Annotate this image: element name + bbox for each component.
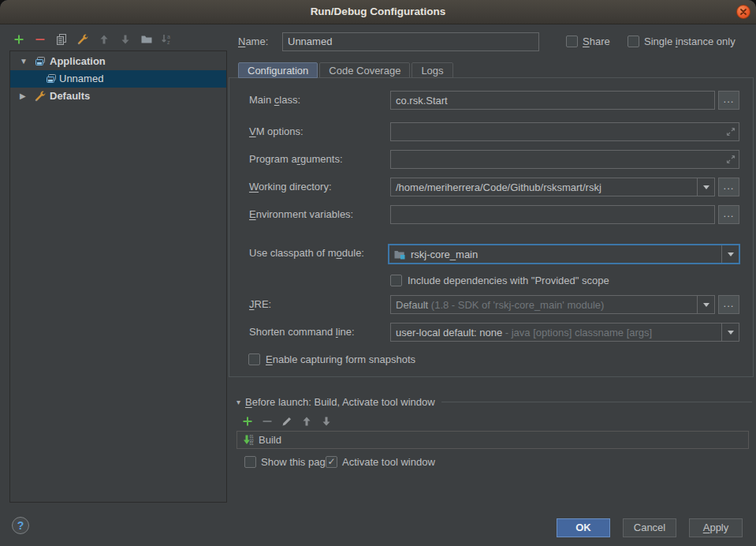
environment-variables-label: Environment variables: xyxy=(249,205,353,224)
wrench-icon xyxy=(34,88,47,105)
run-debug-configurations-dialog: Run/Debug Configurations az ▼ xyxy=(0,0,756,546)
classpath-module-label: Use classpath of module: xyxy=(249,244,364,263)
jre-browse-button[interactable]: ... xyxy=(718,295,739,314)
expand-field-icon[interactable] xyxy=(723,127,739,136)
application-icon xyxy=(45,70,58,88)
edit-icon[interactable] xyxy=(281,415,293,428)
chevron-down-icon[interactable] xyxy=(697,178,714,196)
chevron-right-icon[interactable]: ▶ xyxy=(20,88,26,105)
program-arguments-input[interactable] xyxy=(390,150,739,169)
tab-configuration[interactable]: Configuration xyxy=(238,62,318,78)
remove-icon[interactable] xyxy=(261,415,274,428)
new-folder-icon[interactable] xyxy=(140,33,153,46)
dialog-title: Run/Debug Configurations xyxy=(0,0,756,24)
before-launch-title: Before launch: Build, Activate tool wind… xyxy=(245,396,435,408)
move-up-icon[interactable] xyxy=(300,415,313,428)
sort-alphabetically-icon[interactable]: az xyxy=(160,33,173,46)
chevron-down-icon[interactable]: ▾ xyxy=(236,398,240,406)
activate-tool-window-label[interactable]: Activate tool window xyxy=(342,453,435,472)
jre-label: JRE: xyxy=(249,295,271,314)
chevron-down-icon[interactable] xyxy=(721,323,739,341)
move-down-icon[interactable] xyxy=(320,415,333,428)
show-this-page-checkbox[interactable] xyxy=(244,456,256,468)
working-directory-browse-button[interactable]: ... xyxy=(718,178,739,196)
tree-item-label: Defaults xyxy=(50,88,90,105)
shorten-command-line-label: Shorten command line: xyxy=(249,323,355,342)
help-button[interactable]: ? xyxy=(12,517,29,534)
single-instance-checkbox[interactable] xyxy=(628,36,639,47)
tab-logs[interactable]: Logs xyxy=(412,62,452,78)
before-launch-header[interactable]: ▾ Before launch: Build, Activate tool wi… xyxy=(236,395,752,409)
before-launch-task-build[interactable]: 01 10 01 Build xyxy=(236,431,749,449)
close-icon xyxy=(739,8,747,16)
application-icon xyxy=(34,53,47,70)
add-icon[interactable] xyxy=(13,33,25,46)
form-snapshots-label[interactable]: Enable capturing form snapshots xyxy=(266,350,415,369)
chevron-down-icon[interactable]: ▼ xyxy=(20,53,28,70)
cancel-button[interactable]: Cancel xyxy=(623,518,676,537)
tree-item-label: Application xyxy=(50,53,106,70)
add-icon[interactable] xyxy=(241,415,254,428)
svg-text:z: z xyxy=(167,39,170,45)
title-bar[interactable]: Run/Debug Configurations xyxy=(0,0,756,24)
name-label: Name: xyxy=(238,32,268,51)
tree-item-defaults[interactable]: ▶ Defaults xyxy=(10,88,226,105)
share-label[interactable]: Share xyxy=(583,32,610,51)
task-label: Build xyxy=(259,434,281,446)
chevron-down-icon[interactable] xyxy=(697,296,714,313)
environment-variables-browse-button[interactable]: ... xyxy=(718,205,739,224)
classpath-module-combo[interactable]: rskj-core_main xyxy=(388,244,740,264)
ok-button[interactable]: OK xyxy=(557,518,610,537)
build-icon: 01 10 01 xyxy=(237,434,259,447)
working-directory-label: Working directory: xyxy=(249,178,332,196)
close-button[interactable] xyxy=(736,5,750,19)
include-provided-label[interactable]: Include dependencies with "Provided" sco… xyxy=(408,271,609,290)
remove-icon[interactable] xyxy=(34,33,47,46)
share-checkbox[interactable] xyxy=(566,36,578,47)
working-directory-combo[interactable]: /home/meriherrera/Code/Github/rsksmart/r… xyxy=(390,178,715,196)
vm-options-label: VM options: xyxy=(249,122,304,141)
module-icon xyxy=(389,248,406,260)
activate-tool-window-checkbox[interactable]: ✓ xyxy=(326,456,337,468)
svg-text:01: 01 xyxy=(250,442,255,446)
single-instance-label[interactable]: Single instance only xyxy=(644,32,736,51)
main-class-browse-button[interactable]: ... xyxy=(718,91,739,110)
main-class-input[interactable]: co.rsk.Start xyxy=(390,91,715,110)
shorten-command-line-combo[interactable]: user-local default: none - java [options… xyxy=(390,323,739,342)
show-this-page-label[interactable]: Show this page xyxy=(261,453,331,472)
tab-code-coverage[interactable]: Code Coverage xyxy=(319,62,410,78)
expand-field-icon[interactable] xyxy=(723,155,739,164)
move-down-icon[interactable] xyxy=(119,33,132,46)
divider xyxy=(441,402,752,402)
svg-text:a: a xyxy=(167,34,170,39)
include-provided-checkbox[interactable] xyxy=(390,275,402,286)
name-input[interactable]: Unnamed xyxy=(282,32,539,51)
move-up-icon[interactable] xyxy=(98,33,110,46)
configuration-panel: Main class: co.rsk.Start ... VM options:… xyxy=(229,77,754,377)
tab-bar: Configuration Code Coverage Logs xyxy=(238,62,453,78)
tree-item-unnamed[interactable]: Unnamed xyxy=(10,70,226,88)
vm-options-input[interactable] xyxy=(390,122,739,141)
jre-combo[interactable]: Default (1.8 - SDK of 'rskj-core_main' m… xyxy=(390,295,715,314)
copy-icon[interactable] xyxy=(55,33,68,46)
edit-defaults-icon[interactable] xyxy=(76,33,89,46)
program-arguments-label: Program arguments: xyxy=(249,150,343,169)
form-snapshots-checkbox[interactable] xyxy=(248,353,260,365)
configurations-tree: ▼ Application Unnamed ▶ Defaults xyxy=(9,50,227,503)
apply-button[interactable]: Apply xyxy=(689,518,743,537)
environment-variables-input[interactable] xyxy=(390,205,715,224)
tree-item-label: Unnamed xyxy=(59,70,103,88)
check-icon: ✓ xyxy=(327,457,335,467)
tree-item-application[interactable]: ▼ Application xyxy=(10,53,226,70)
main-class-label: Main class: xyxy=(249,91,300,110)
question-icon: ? xyxy=(17,519,24,532)
chevron-down-icon[interactable] xyxy=(721,245,739,263)
